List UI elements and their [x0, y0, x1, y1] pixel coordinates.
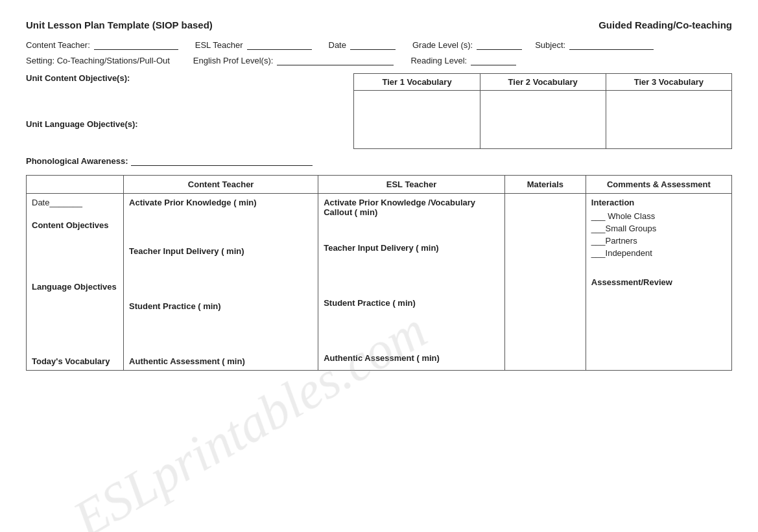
objectives-vocab-section: Unit Content Objective(s): Unit Language… [26, 73, 732, 149]
header-col5: Comments & Assessment [586, 176, 731, 194]
student-practice-content: Student Practice ( min) [129, 301, 313, 311]
setting-label: Setting: Co-Teaching/Stations/Pull-Out [26, 56, 170, 65]
tier1-cell[interactable] [354, 91, 480, 149]
header-row: Unit Lesson Plan Template (SIOP based) G… [26, 19, 732, 30]
unit-language-label: Unit Language Objective(s): [26, 119, 340, 129]
date-input[interactable] [350, 40, 396, 50]
tier3-header: Tier 3 Vocabulary [606, 74, 731, 91]
reading-level-label: Reading Level: [410, 56, 467, 65]
subject-label: Subject: [535, 40, 565, 50]
teacher-input-esl: Teacher Input Delivery ( min) [324, 243, 499, 253]
assessment-review: Assessment/Review [591, 277, 726, 287]
unit-content-label: Unit Content Objective(s): [26, 73, 340, 83]
english-prof-input[interactable] [277, 55, 394, 65]
page-title: Unit Lesson Plan Template (SIOP based) [26, 19, 213, 30]
interaction-section: Interaction ___ Whole Class ___Small Gro… [591, 198, 726, 258]
todays-vocab-label: Today's Vocabulary [32, 356, 118, 366]
esl-teacher-label: ESL Teacher [195, 40, 243, 50]
main-table: Content Teacher ESL Teacher Materials Co… [26, 175, 732, 371]
row1-col1: Date_______ Content Objectives Language … [27, 194, 124, 371]
grade-level-label: Grade Level (s): [412, 40, 473, 50]
phonological-row: Phonological Awareness: [26, 156, 732, 166]
tier2-cell[interactable] [480, 91, 606, 149]
subject-input[interactable] [569, 40, 654, 50]
phonological-label: Phonological Awareness: [26, 156, 128, 166]
authentic-assessment-esl: Authentic Assessment ( min) [324, 353, 499, 363]
language-objectives-label: Language Objectives [32, 282, 118, 292]
independent-item: ___Independent [591, 248, 726, 258]
activate-prior-esl: Activate Prior Knowledge /Vocabulary Cal… [324, 198, 499, 217]
field-row-2: Setting: Co-Teaching/Stations/Pull-Out E… [26, 55, 732, 65]
small-groups-item: ___Small Groups [591, 224, 726, 233]
vocab-table: Tier 1 Vocabulary Tier 2 Vocabulary Tier… [353, 73, 732, 149]
row1-col4[interactable] [504, 194, 586, 371]
activate-prior-content: Activate Prior Knowledge ( min) [129, 198, 313, 207]
field-row-1: Content Teacher: ESL Teacher Date Grade … [26, 40, 732, 50]
content-teacher-label: Content Teacher: [26, 40, 90, 50]
grade-level-input[interactable] [477, 40, 522, 50]
row1-col5: Interaction ___ Whole Class ___Small Gro… [586, 194, 731, 371]
tier3-cell[interactable] [606, 91, 731, 149]
teacher-input-content: Teacher Input Delivery ( min) [129, 246, 313, 256]
row1-col3: Activate Prior Knowledge /Vocabulary Cal… [318, 194, 505, 371]
header-col4: Materials [504, 176, 586, 194]
header-col3: ESL Teacher [318, 176, 505, 194]
interaction-title: Interaction [591, 198, 726, 207]
tier1-header: Tier 1 Vocabulary [354, 74, 480, 91]
date-label: Date [329, 40, 346, 50]
date-row-label: Date_______ [32, 198, 118, 207]
student-practice-esl: Student Practice ( min) [324, 298, 499, 308]
content-teacher-input[interactable] [94, 40, 178, 50]
partners-item: ___Partners [591, 236, 726, 246]
content-objectives-label: Content Objectives [32, 220, 118, 230]
row1-col2: Activate Prior Knowledge ( min) Teacher … [124, 194, 318, 371]
whole-class-item: ___ Whole Class [591, 211, 726, 221]
page-subtitle: Guided Reading/Co-teaching [598, 19, 732, 30]
authentic-assessment-content: Authentic Assessment ( min) [129, 356, 313, 366]
reading-level-input[interactable] [471, 55, 516, 65]
esl-teacher-input[interactable] [247, 40, 312, 50]
english-prof-label: English Prof Level(s): [193, 56, 274, 65]
objectives-section: Unit Content Objective(s): Unit Language… [26, 73, 340, 149]
tier2-header: Tier 2 Vocabulary [480, 74, 606, 91]
header-col1 [27, 176, 124, 194]
header-col2: Content Teacher [124, 176, 318, 194]
phonological-input[interactable] [131, 156, 313, 166]
